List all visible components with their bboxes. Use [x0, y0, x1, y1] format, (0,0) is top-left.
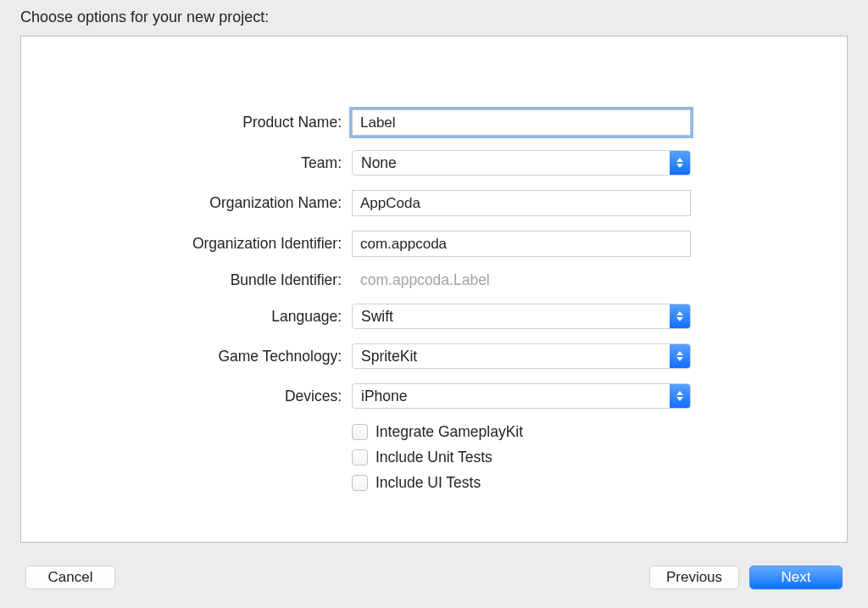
- product-name-field[interactable]: [352, 109, 691, 136]
- up-down-arrows-icon: [670, 384, 690, 408]
- devices-label: Devices:: [21, 388, 352, 405]
- bundle-id-value: com.appcoda.Label: [352, 271, 490, 288]
- options-form: Product Name: Team: None Organization Na…: [21, 109, 847, 499]
- org-name-label: Organization Name:: [21, 194, 352, 212]
- up-down-arrows-icon: [670, 304, 690, 328]
- integrate-gameplaykit-label: Integrate GameplayKit: [376, 423, 523, 441]
- previous-button[interactable]: Previous: [649, 566, 739, 589]
- org-id-field[interactable]: [352, 231, 691, 257]
- include-unit-tests-label: Include Unit Tests: [376, 449, 492, 466]
- include-unit-tests-checkbox[interactable]: [352, 449, 368, 466]
- product-name-label: Product Name:: [21, 114, 352, 131]
- options-panel: Product Name: Team: None Organization Na…: [20, 36, 848, 543]
- devices-select-value: iPhone: [353, 388, 408, 405]
- team-label: Team:: [21, 154, 352, 172]
- include-ui-tests-label: Include UI Tests: [376, 474, 481, 492]
- integrate-gameplaykit-checkbox[interactable]: [352, 424, 368, 440]
- include-ui-tests-checkbox[interactable]: [352, 475, 368, 491]
- org-id-label: Organization Identifier:: [21, 235, 352, 253]
- game-tech-select-value: SpriteKit: [353, 348, 417, 365]
- game-tech-select[interactable]: SpriteKit: [352, 343, 691, 369]
- team-select-value: None: [353, 154, 397, 172]
- bundle-id-label: Bundle Identifier:: [21, 271, 352, 289]
- bottom-bar: Cancel Previous Next: [0, 554, 868, 608]
- up-down-arrows-icon: [670, 344, 690, 368]
- next-button[interactable]: Next: [749, 566, 843, 589]
- language-select[interactable]: Swift: [352, 304, 691, 329]
- up-down-arrows-icon: [670, 151, 690, 175]
- team-select[interactable]: None: [352, 150, 691, 176]
- cancel-button[interactable]: Cancel: [25, 566, 115, 589]
- language-label: Language:: [21, 308, 352, 326]
- devices-select[interactable]: iPhone: [352, 383, 691, 409]
- org-name-field[interactable]: [352, 190, 691, 216]
- page-heading: Choose options for your new project:: [20, 8, 269, 26]
- language-select-value: Swift: [353, 308, 393, 326]
- game-tech-label: Game Technology:: [21, 348, 352, 365]
